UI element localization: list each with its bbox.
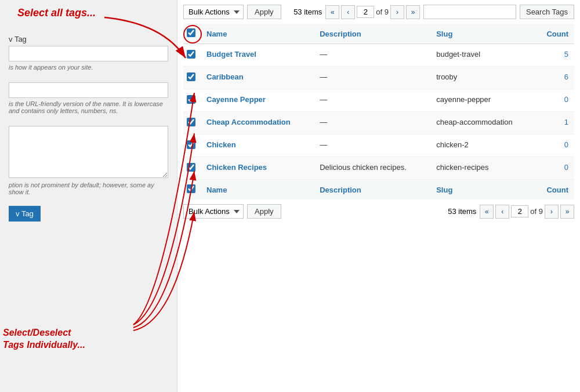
slug-hint: is the URL-friendly version of the name.…: [9, 100, 168, 114]
row-checkbox[interactable]: [187, 50, 195, 59]
select-all-checkbox[interactable]: [187, 28, 195, 37]
row-slug: chicken-2: [430, 135, 535, 157]
apply-button-top[interactable]: Apply: [247, 5, 281, 19]
row-count: 0: [535, 157, 574, 180]
pagination-bottom: « ‹ of 9 › »: [480, 205, 574, 219]
tags-table: Name Description Slug Count Budget Trave…: [183, 24, 574, 199]
row-name-link[interactable]: Cayenne Pepper: [206, 95, 266, 104]
of-pages-top: of 9: [376, 8, 389, 16]
bulk-actions-select-bottom[interactable]: Bulk Actions: [183, 204, 244, 219]
select-deselect-annotation: Select/DeselectTags Individually...: [3, 327, 85, 351]
row-name-link[interactable]: Chicken: [206, 140, 236, 149]
first-page-btn-bottom[interactable]: «: [480, 205, 494, 219]
row-description: —: [314, 67, 430, 89]
row-name[interactable]: Chicken: [201, 135, 314, 157]
tag-description-input[interactable]: [9, 126, 168, 178]
row-description: —: [314, 44, 430, 67]
bulk-actions-select-top[interactable]: Bulk Actions: [183, 5, 244, 19]
first-page-btn-top[interactable]: «: [325, 5, 339, 19]
header-name[interactable]: Name: [201, 24, 314, 44]
row-name-link[interactable]: Caribbean: [206, 72, 244, 81]
top-toolbar: Bulk Actions Apply 53 items « ‹ of 9 › »…: [183, 5, 574, 19]
table-row: Chicken RecipesDelicious chicken recipes…: [183, 157, 574, 180]
row-checkbox[interactable]: [187, 118, 195, 126]
tag-name-input[interactable]: [9, 46, 168, 61]
row-description: —: [314, 89, 430, 112]
row-count: 1: [535, 112, 574, 135]
table-row: Cayenne Pepper—cayenne-pepper0: [183, 89, 574, 112]
tag-slug-input[interactable]: [9, 82, 168, 98]
table-row: Cheap Accommodation—cheap-accommodation1: [183, 112, 574, 135]
row-checkbox-cell: [183, 157, 201, 180]
page-input-top[interactable]: [357, 6, 374, 18]
table-row: Caribbean—trooby6: [183, 67, 574, 89]
row-checkbox-cell: [183, 67, 201, 89]
row-description: Delicious chicken recipes.: [314, 157, 430, 180]
table-row: Chicken—chicken-20: [183, 135, 574, 157]
prev-page-btn-top[interactable]: ‹: [341, 5, 355, 19]
row-description: —: [314, 112, 430, 135]
row-checkbox-cell: [183, 135, 201, 157]
footer-slug: Slug: [430, 180, 535, 200]
row-name[interactable]: Budget Travel: [201, 44, 314, 67]
row-checkbox[interactable]: [187, 72, 195, 81]
new-tag-label: v Tag: [9, 35, 168, 43]
row-checkbox[interactable]: [187, 140, 195, 149]
name-hint: is how it appears on your site.: [9, 64, 168, 71]
of-pages-bottom: of 9: [530, 207, 543, 216]
items-count-bottom: 53 items: [448, 207, 476, 216]
row-count: 6: [535, 67, 574, 89]
table-row: Budget Travel—budget-travel5: [183, 44, 574, 67]
header-checkbox-cell: [183, 24, 201, 44]
apply-button-bottom[interactable]: Apply: [247, 204, 281, 219]
row-slug: cayenne-pepper: [430, 89, 535, 112]
footer-checkbox-cell: [183, 180, 201, 200]
bottom-toolbar: Bulk Actions Apply 53 items « ‹ of 9 › »: [183, 204, 574, 219]
row-count: 0: [535, 89, 574, 112]
row-name-link[interactable]: Chicken Recipes: [206, 163, 267, 172]
row-slug: trooby: [430, 67, 535, 89]
page-input-bottom[interactable]: [511, 205, 528, 217]
footer-description: Description: [314, 180, 430, 200]
row-count: 5: [535, 44, 574, 67]
pagination-top: « ‹ of 9 › »: [325, 5, 420, 19]
table-body: Budget Travel—budget-travel5Caribbean—tr…: [183, 44, 574, 180]
row-checkbox-cell: [183, 89, 201, 112]
footer-count: Count: [535, 180, 574, 200]
row-checkbox-cell: [183, 112, 201, 135]
row-slug: chicken-recipes: [430, 157, 535, 180]
row-slug: budget-travel: [430, 44, 535, 67]
header-description: Description: [314, 24, 430, 44]
row-name[interactable]: Chicken Recipes: [201, 157, 314, 180]
row-name[interactable]: Cheap Accommodation: [201, 112, 314, 135]
row-count: 0: [535, 135, 574, 157]
table-footer-row: Name Description Slug Count: [183, 180, 574, 200]
next-page-btn-top[interactable]: ›: [390, 5, 404, 19]
items-count-top: 53 items: [293, 8, 322, 16]
header-slug: Slug: [430, 24, 535, 44]
row-slug: cheap-accommodation: [430, 112, 535, 135]
prev-page-btn-bottom[interactable]: ‹: [495, 205, 509, 219]
table-header-row: Name Description Slug Count: [183, 24, 574, 44]
footer-select-all-checkbox[interactable]: [187, 184, 195, 193]
description-hint: ption is not prominent by default; howev…: [9, 182, 168, 195]
next-page-btn-bottom[interactable]: ›: [545, 205, 559, 219]
last-page-btn-top[interactable]: »: [406, 5, 420, 19]
add-tag-button[interactable]: v Tag: [9, 206, 41, 222]
last-page-btn-bottom[interactable]: »: [560, 205, 574, 219]
row-name[interactable]: Caribbean: [201, 67, 314, 89]
row-checkbox-cell: [183, 44, 201, 67]
row-name-link[interactable]: Cheap Accommodation: [206, 118, 291, 126]
row-checkbox[interactable]: [187, 163, 195, 172]
header-count: Count: [535, 24, 574, 44]
row-name[interactable]: Cayenne Pepper: [201, 89, 314, 112]
footer-name: Name: [201, 180, 314, 200]
row-name-link[interactable]: Budget Travel: [206, 50, 256, 59]
search-tags-input[interactable]: [423, 5, 516, 19]
row-description: —: [314, 135, 430, 157]
search-tags-button[interactable]: Search Tags: [520, 5, 574, 19]
row-checkbox[interactable]: [187, 95, 195, 104]
